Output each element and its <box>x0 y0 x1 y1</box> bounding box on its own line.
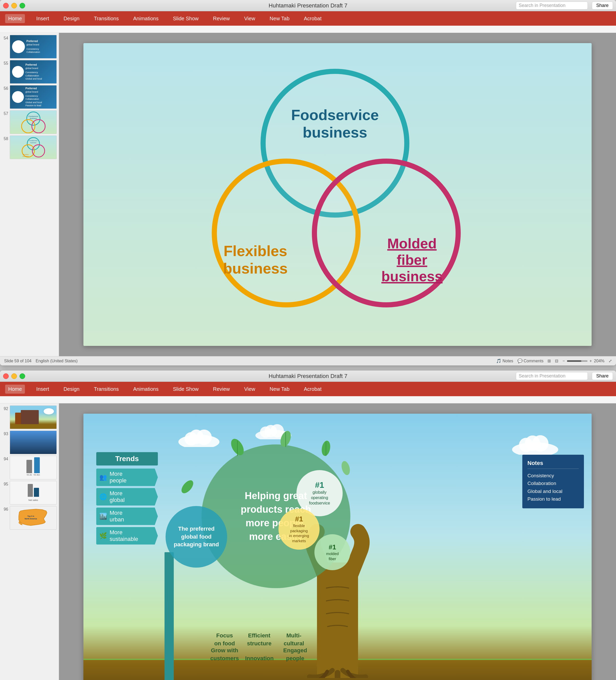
main-canvas-1: Foodservice business Flexibles business … <box>59 33 616 356</box>
ribbon-tab-slideshow-2[interactable]: Slide Show <box>170 385 202 394</box>
search-bar-2[interactable]: Search in Presentation <box>516 372 588 380</box>
ribbon-tab-view-1[interactable]: View <box>241 14 258 23</box>
ribbon-tab-acrobat-2[interactable]: Acrobat <box>301 385 325 394</box>
svg-text:Foodservice: Foodservice <box>29 140 37 141</box>
venn-diagram-svg: Foodservice business Flexibles business … <box>196 69 479 320</box>
ribbon-tab-animations-2[interactable]: Animations <box>130 385 162 394</box>
close-button-2[interactable] <box>3 373 9 379</box>
svg-text:business: business <box>23 155 29 157</box>
notes-button-1[interactable]: 🎵 Notes <box>496 359 513 363</box>
zoom-out-1[interactable]: − <box>562 359 565 363</box>
trends-header: Trends <box>96 452 158 465</box>
slide-thumb-95[interactable]: 95 Net sales <box>2 481 57 505</box>
sub-bubble-text: The preferred global food packaging bran… <box>166 520 227 554</box>
share-button-1[interactable]: Share <box>592 2 613 9</box>
ribbon-tab-transitions-2[interactable]: Transitions <box>91 385 122 394</box>
ruler-2 <box>0 396 616 403</box>
trend-item-sustainable: 🌿 Moresustainable <box>96 527 158 544</box>
maximize-button[interactable] <box>20 3 25 8</box>
slide-thumb-56[interactable]: 56 Preferred global brand Consistency Co… <box>2 85 57 109</box>
fit-window-1[interactable]: ⤢ <box>609 359 612 363</box>
slide-image-94[interactable]: €3.2b €3.4bn <box>10 456 57 479</box>
slide-image-58[interactable]: Foodservice business Flexibles business <box>10 136 57 159</box>
label-focus-food: Focuson food <box>209 632 240 648</box>
venn-slide: Foodservice business Flexibles business … <box>83 43 592 346</box>
ribbon-tab-acrobat-1[interactable]: Acrobat <box>301 14 325 23</box>
view-normal-1[interactable]: ⊞ <box>548 359 551 363</box>
slide-thumb-96[interactable]: 96 Top 3 in North America <box>2 506 57 530</box>
ribbon-tab-animations-1[interactable]: Animations <box>130 14 162 23</box>
slide-thumb-54[interactable]: 54 Preferred global brand Consistency Co… <box>2 35 57 58</box>
svg-point-35 <box>525 435 540 451</box>
search-bar-1[interactable]: Search in Presentation <box>516 2 588 9</box>
ribbon-tab-newtab-1[interactable]: New Tab <box>267 14 292 23</box>
maximize-button-2[interactable] <box>20 373 25 379</box>
slide-panel-2[interactable]: 92 93 <box>0 403 59 680</box>
ribbon-tab-home-1[interactable]: Home <box>5 14 25 23</box>
trend-item-global: 🌐 Moreglobal <box>96 488 158 506</box>
leaf-4 <box>340 460 352 478</box>
ribbon-tab-slideshow-1[interactable]: Slide Show <box>170 14 202 23</box>
badge-molded: #1 moldedfiber <box>314 534 351 570</box>
traffic-lights-2 <box>3 373 25 379</box>
comments-button-1[interactable]: 💬 Comments <box>517 359 543 363</box>
zoom-control-1: − + 204% <box>562 359 605 363</box>
slide-image-95[interactable]: Net sales <box>10 481 57 505</box>
slide-number-95: 95 <box>2 481 8 486</box>
ribbon-tab-review-1[interactable]: Review <box>210 14 233 23</box>
leaf-5 <box>181 478 194 497</box>
svg-text:business: business <box>30 117 37 119</box>
ribbon-tab-home-2[interactable]: Home <box>5 385 25 394</box>
ribbon-tab-view-2[interactable]: View <box>241 385 258 394</box>
svg-text:Foodservice: Foodservice <box>28 115 38 117</box>
leaf-1 <box>230 437 245 458</box>
slide-thumb-92[interactable]: 92 <box>2 405 57 429</box>
ppt-body-1: 54 Preferred global brand Consistency Co… <box>0 33 616 356</box>
zoom-percent-1[interactable]: 204% <box>594 359 605 363</box>
ribbon-tab-design-1[interactable]: Design <box>60 14 82 23</box>
urban-icon: 🏙️ <box>99 513 107 520</box>
slide-image-93[interactable] <box>10 431 57 454</box>
thumb-circle-54 <box>12 40 25 53</box>
close-button[interactable] <box>3 3 9 8</box>
minimize-button-2[interactable] <box>11 373 17 379</box>
slide-thumb-94[interactable]: 94 €3.2b €3.4bn <box>2 456 57 479</box>
trend-item-people: 👥 Morepeople <box>96 469 158 486</box>
slide-thumb-93[interactable]: 93 <box>2 431 57 454</box>
slide-image-57[interactable]: Foodservice business <box>10 110 57 134</box>
ribbon-tab-insert-2[interactable]: Insert <box>33 385 52 394</box>
slide-number-55: 55 <box>2 60 8 66</box>
slide-panel-1[interactable]: 54 Preferred global brand Consistency Co… <box>0 33 59 356</box>
trend-label-urban: Moreurban <box>110 510 124 523</box>
view-slide-1[interactable]: ⊟ <box>555 359 558 363</box>
ribbon-tab-design-2[interactable]: Design <box>60 385 82 394</box>
slide-thumb-55[interactable]: 55 Preferred global brand Consistency Co… <box>2 60 57 84</box>
title-bar-right-2: Search in Presentation Share <box>516 372 613 380</box>
slide-image-92[interactable] <box>10 405 57 429</box>
tree-slide-inner: Trends 👥 Morepeople 🌐 Moreglobal 🏙️ More… <box>83 414 592 680</box>
svg-text:business: business <box>382 268 443 284</box>
main-canvas-2: Trends 👥 Morepeople 🌐 Moreglobal 🏙️ More… <box>59 403 616 680</box>
ribbon-tab-newtab-2[interactable]: New Tab <box>267 385 292 394</box>
thumb-venn-58: Foodservice business Flexibles business <box>16 137 51 158</box>
slide-image-56[interactable]: Preferred global brand Consistency Colla… <box>10 85 57 109</box>
leaf-2 <box>279 429 292 449</box>
cloud-1 <box>176 429 222 447</box>
slide-image-55[interactable]: Preferred global brand Consistency Colla… <box>10 60 57 84</box>
slide-thumb-58[interactable]: 58 Foodservice business Flexibles busine… <box>2 136 57 159</box>
slide-image-96[interactable]: Top 3 in North America <box>10 506 57 530</box>
people-icon: 👥 <box>99 474 107 481</box>
ribbon-tab-review-2[interactable]: Review <box>210 385 233 394</box>
svg-point-43 <box>340 460 351 476</box>
slide-thumb-57[interactable]: 57 Foodservice business <box>2 110 57 134</box>
zoom-in-1[interactable]: + <box>590 359 592 363</box>
thumb-text-56: Preferred global brand Consistency Colla… <box>25 87 42 107</box>
minimize-button[interactable] <box>11 3 17 8</box>
ribbon-tab-transitions-1[interactable]: Transitions <box>91 14 122 23</box>
share-button-2[interactable]: Share <box>592 372 613 380</box>
ribbon-tab-insert-1[interactable]: Insert <box>33 14 52 23</box>
slide-image-54[interactable]: Preferred global brand Consistency Colla… <box>10 35 57 58</box>
title-bar-1: Huhtamaki Presentation Draft 7 Search in… <box>0 0 616 11</box>
status-bar-1: Slide 59 of 104 English (United States) … <box>0 356 616 365</box>
traffic-lights-1 <box>3 3 25 8</box>
